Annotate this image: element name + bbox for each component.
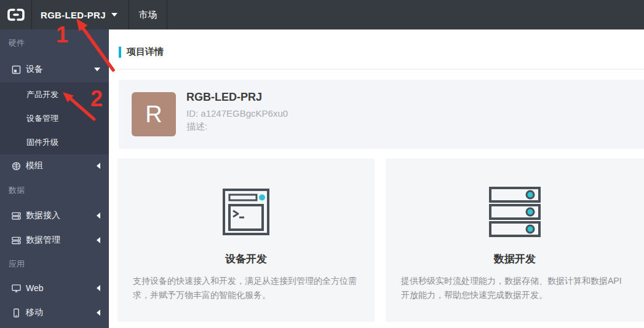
device-submenu: 产品开发 设备管理 固件升级 — [0, 82, 109, 154]
project-info: RGB-LED-PRJ ID: a1247EGBgcKP6xu0 描述: — [186, 91, 288, 135]
sidebar-section-application: 应用 — [0, 252, 109, 276]
sidebar-item-label: 移动 — [26, 307, 97, 318]
project-summary-card: R RGB-LED-PRJ ID: a1247EGBgcKP6xu0 描述: — [119, 80, 644, 149]
main-content: 项目详情 R RGB-LED-PRJ ID: a1247EGBgcKP6xu0 … — [109, 29, 644, 328]
sidebar-item-data-access[interactable]: 数据接入 — [0, 203, 109, 228]
phone-icon — [12, 308, 21, 318]
brand-logo[interactable] — [0, 0, 32, 29]
server-stack-icon — [489, 188, 541, 236]
sidebar-subitem-firmware-upgrade[interactable]: 固件升级 — [0, 130, 109, 154]
page-header: 项目详情 — [119, 46, 164, 58]
sidebar-item-label: 数据接入 — [26, 210, 97, 221]
project-avatar: R — [132, 92, 176, 136]
sidebar-subitem-product-dev[interactable]: 产品开发 — [0, 82, 109, 106]
module-icon — [12, 162, 21, 171]
chevron-down-icon — [111, 13, 117, 17]
sidebar-item-mobile[interactable]: 移动 — [0, 300, 109, 325]
data-dev-card[interactable]: 数据开发 提供秒级实时流处理能力，数据存储、数据计算和数据API开放能力，帮助您… — [386, 158, 644, 322]
data-dev-title: 数据开发 — [494, 252, 536, 266]
database-icon — [12, 211, 21, 221]
chevron-left-icon — [97, 213, 100, 219]
chevron-left-icon — [97, 310, 100, 316]
sidebar-item-data-mgmt[interactable]: 数据管理 — [0, 228, 109, 252]
brackets-logo-icon — [6, 7, 26, 22]
device-dev-card[interactable]: 设备开发 支持设备的快速接入和开发，满足从连接到管理的全方位需求，并赋予万物丰富… — [117, 158, 375, 322]
sidebar-item-label: Web — [26, 283, 97, 293]
chevron-left-icon — [97, 163, 100, 169]
database-icon — [12, 236, 21, 245]
sidebar-section-data: 数据 — [0, 178, 109, 203]
project-selector-label: RGB-LED-PRJ — [41, 10, 106, 20]
terminal-icon — [222, 188, 270, 236]
divider — [119, 69, 644, 69]
data-dev-description: 提供秒级实时流处理能力，数据存储、数据计算和数据API开放能力，帮助您快速完成数… — [386, 274, 644, 302]
sidebar-item-label: 设备 — [26, 64, 94, 75]
sidebar-nav: 硬件 设备 产品开发 设备管理 固件升级 模组 数据 数据接入 — [0, 29, 109, 328]
sidebar-subitem-device-mgmt[interactable]: 设备管理 — [0, 106, 109, 130]
sidebar-item-device[interactable]: 设备 — [0, 57, 109, 82]
monitor-icon — [12, 284, 21, 293]
sidebar-section-hardware: 硬件 — [0, 29, 109, 57]
sidebar-item-web[interactable]: Web — [0, 276, 109, 300]
project-id: ID: a1247EGBgcKP6xu0 — [186, 108, 288, 119]
sidebar-item-module[interactable]: 模组 — [0, 154, 109, 178]
chevron-down-icon — [94, 68, 100, 71]
sidebar-item-label: 模组 — [26, 160, 97, 171]
chevron-left-icon — [97, 237, 100, 243]
project-selector-dropdown[interactable]: RGB-LED-PRJ — [32, 0, 129, 29]
device-dev-title: 设备开发 — [225, 252, 267, 266]
device-dev-description: 支持设备的快速接入和开发，满足从连接到管理的全方位需求，并赋予万物丰富的智能化服… — [117, 274, 375, 302]
device-icon — [12, 65, 21, 74]
top-navbar: RGB-LED-PRJ 市场 — [0, 0, 644, 29]
app-window: RGB-LED-PRJ 市场 硬件 设备 产品开发 设备管理 固件升级 模组 数… — [0, 0, 644, 328]
sidebar-item-label: 数据管理 — [26, 235, 97, 246]
page-title: 项目详情 — [127, 46, 164, 58]
project-description-label: 描述: — [186, 121, 288, 133]
title-accent-bar — [119, 47, 121, 58]
project-name: RGB-LED-PRJ — [186, 91, 288, 104]
market-nav-tab[interactable]: 市场 — [129, 0, 167, 29]
chevron-left-icon — [97, 285, 100, 291]
